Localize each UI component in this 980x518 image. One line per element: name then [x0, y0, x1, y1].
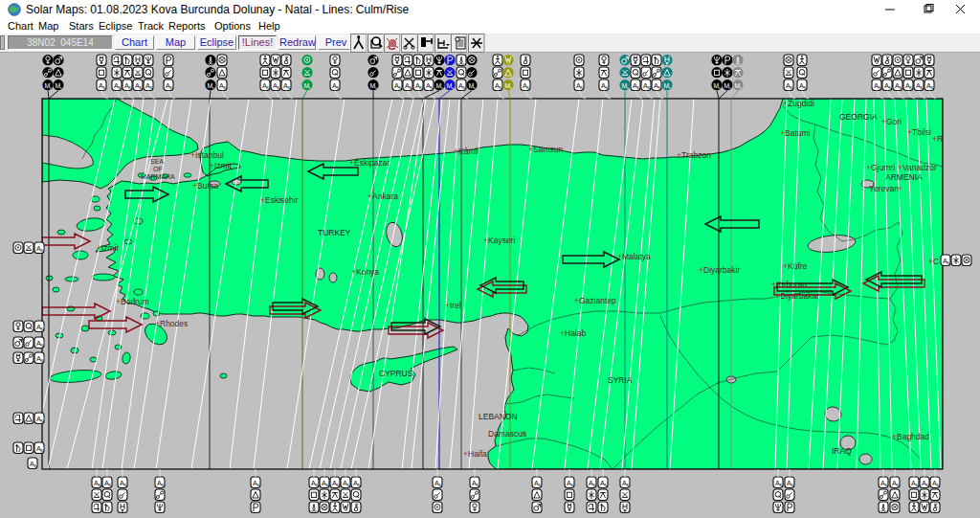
- svg-text:Zugdidi: Zugdidi: [788, 99, 814, 108]
- svg-text:R: R: [937, 134, 943, 144]
- svg-text:Tbilsi: Tbilsi: [912, 127, 931, 137]
- svg-text:+: +: [898, 184, 902, 193]
- svg-text:OF: OF: [153, 166, 163, 172]
- svg-text:CYPRUS: CYPRUS: [379, 369, 413, 378]
- svg-text:Trabzon: Trabzon: [681, 150, 711, 160]
- svg-text:Bodrum: Bodrum: [121, 297, 149, 306]
- svg-text:c: c: [510, 85, 512, 90]
- svg-text:c: c: [375, 85, 377, 90]
- svg-text:+: +: [521, 429, 525, 439]
- svg-text:Gori: Gori: [886, 117, 902, 126]
- svg-text:Kayseri: Kayseri: [488, 236, 515, 245]
- svg-text:Ankara: Ankara: [372, 191, 398, 201]
- svg-text:ARMENIA: ARMENIA: [885, 172, 923, 182]
- svg-text:Vanadzor: Vanadzor: [902, 163, 937, 172]
- svg-text:Malatya: Malatya: [622, 252, 651, 261]
- svg-text:MARMARA: MARMARA: [141, 173, 175, 180]
- svg-text:Küfre: Küfre: [788, 261, 808, 271]
- svg-text:IRAQ: IRAQ: [832, 446, 852, 456]
- svg-text:GEORGIA: GEORGIA: [839, 112, 878, 122]
- svg-text:c: c: [50, 85, 52, 90]
- svg-text:Batumi: Batumi: [785, 128, 811, 138]
- svg-text:Rhodes: Rhodes: [160, 319, 188, 328]
- svg-text:c: c: [441, 85, 443, 90]
- svg-text:Izmir: Izmir: [101, 243, 120, 253]
- svg-text:c: c: [60, 85, 62, 90]
- svg-text:Halab: Halab: [565, 328, 586, 338]
- svg-text:c: c: [452, 85, 454, 90]
- svg-text:Yerevan: Yerevan: [869, 184, 899, 193]
- svg-text:Eskipazar: Eskipazar: [354, 158, 390, 168]
- svg-text:c: c: [474, 85, 476, 90]
- svg-text:TURKEY: TURKEY: [318, 228, 351, 237]
- svg-text:Izmit: Izmit: [214, 161, 233, 170]
- svg-text:Istanbul: Istanbul: [195, 150, 224, 160]
- svg-text:Irel: Irel: [450, 301, 461, 310]
- svg-text:SEA: SEA: [150, 158, 164, 165]
- svg-text:Gaziantep: Gaziantep: [579, 296, 616, 305]
- svg-text:C: C: [933, 257, 939, 266]
- svg-text:c: c: [740, 85, 742, 90]
- svg-text:Diyarbakir: Diyarbakir: [703, 265, 740, 275]
- svg-text:Haifa: Haifa: [468, 449, 487, 459]
- svg-text:c: c: [627, 85, 629, 90]
- svg-text:c: c: [729, 85, 731, 90]
- svg-text:Kâmil: Kâmil: [458, 146, 479, 156]
- svg-text:c: c: [719, 85, 721, 90]
- svg-text:Baghdad: Baghdad: [897, 432, 929, 441]
- svg-text:Kirburan: Kirburan: [776, 280, 807, 289]
- svg-text:Eskisehir: Eskisehir: [265, 195, 299, 205]
- svg-text:c: c: [309, 85, 311, 90]
- svg-text:LEBANON: LEBANON: [479, 412, 518, 421]
- svg-text:Bursa: Bursa: [197, 181, 218, 191]
- svg-text:Gjumri: Gjumri: [871, 163, 895, 172]
- svg-text:Konya: Konya: [356, 267, 379, 277]
- svg-text:c: c: [669, 85, 671, 90]
- svg-text:c: c: [212, 85, 214, 90]
- svg-text:SYRIA: SYRIA: [608, 375, 633, 385]
- svg-text:Diyarbakar: Diyarbakar: [780, 291, 819, 301]
- svg-text:Samsun: Samsun: [533, 145, 563, 154]
